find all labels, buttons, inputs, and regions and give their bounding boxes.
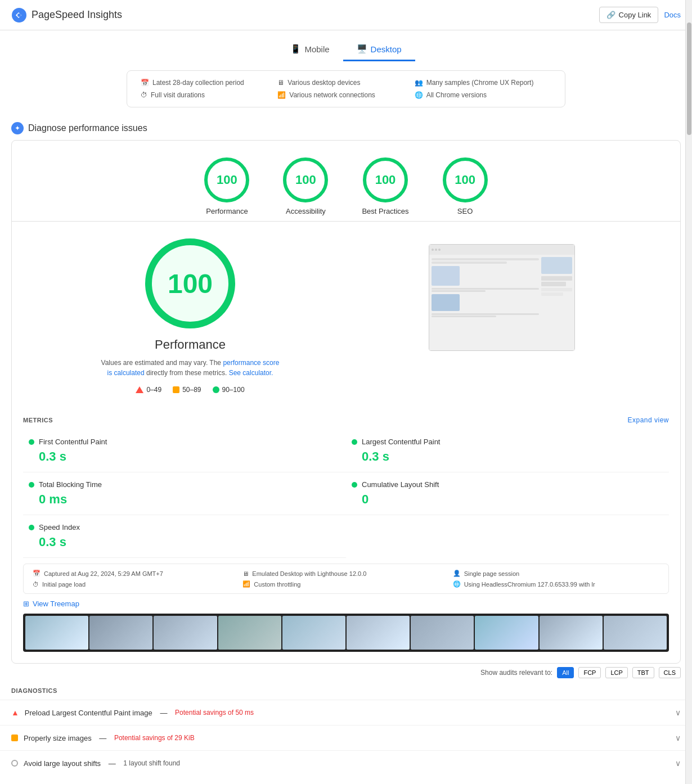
perf-description: Values are estimated and may vary. The p… (100, 358, 280, 378)
warning-orange-icon (11, 735, 18, 741)
perf-gauge: 100 Performance Values are estimated and… (46, 238, 335, 394)
meta-throttling: 📶 Custom throttling (242, 580, 449, 588)
wifi-icon: 📶 (277, 91, 286, 99)
score-best-practices: 100 Best Practices (362, 157, 408, 215)
link-icon: 🔗 (606, 11, 615, 19)
diagnostic-proper-size[interactable]: Properly size images — Potential savings… (0, 725, 692, 750)
metric-si: Speed Index 0.3 s (23, 515, 346, 558)
score-accessibility: 100 Accessibility (283, 157, 328, 215)
score-circle-seo: 100 (443, 157, 488, 202)
green-icon (213, 386, 219, 393)
meta-wifi-icon: 📶 (242, 580, 250, 588)
chevron-down-icon-2: ∨ (675, 733, 681, 742)
meta-monitor-icon: 🖥 (242, 570, 249, 577)
filmstrip-frame-6 (347, 616, 410, 650)
scores-container: 100 Performance 100 Accessibility 100 Be… (11, 140, 681, 664)
si-status-dot (29, 525, 34, 530)
filter-fcp-button[interactable]: FCP (578, 667, 601, 678)
filmstrip-frame-7 (411, 616, 474, 650)
meta-bar: 📅 Captured at Aug 22, 2024, 5:29 AM GMT+… (23, 564, 669, 594)
tbt-status-dot (29, 482, 34, 488)
docs-button[interactable]: Docs (664, 11, 681, 19)
tab-mobile[interactable]: 📱 Mobile (277, 38, 343, 61)
info-bar: 📅 Latest 28-day collection period 🖥 Vari… (127, 70, 565, 107)
warning-red-icon: ▲ (11, 708, 19, 717)
filmstrip-frame-4 (218, 616, 281, 650)
meta-emulated: 🖥 Emulated Desktop with Lighthouse 12.0.… (242, 570, 449, 577)
desktop-icon: 🖥️ (357, 44, 367, 54)
filter-tbt-button[interactable]: TBT (632, 667, 654, 678)
lcp-value: 0.3 s (352, 449, 663, 464)
meta-load: ⏱ Initial page load (33, 580, 239, 588)
diag-info-2: 1 layout shift found (123, 759, 180, 767)
score-performance: 100 Performance (204, 157, 249, 215)
diagnostics-section: DIAGNOSTICS ▲ Preload Largest Contentful… (0, 682, 692, 776)
score-seo: 100 SEO (443, 157, 488, 215)
header: PageSpeed Insights 🔗 Copy Link Docs (0, 0, 692, 30)
meta-captured: 📅 Captured at Aug 22, 2024, 5:29 AM GMT+… (33, 570, 239, 577)
view-treemap-link[interactable]: ⊞ View Treemap (23, 600, 669, 608)
metric-lcp: Largest Contentful Paint 0.3 s (346, 430, 669, 472)
diagnose-title: Diagnose performance issues (28, 123, 147, 133)
scrollbar[interactable] (685, 0, 692, 776)
clock-icon: ⏱ (141, 91, 147, 99)
info-item-1: 🖥 Various desktop devices (277, 79, 414, 87)
lcp-status-dot (352, 439, 357, 445)
metrics-grid: First Contentful Paint 0.3 s Largest Con… (23, 430, 669, 558)
chevron-down-icon-3: ∨ (675, 759, 681, 768)
red-icon (136, 386, 143, 393)
header-actions: 🔗 Copy Link Docs (599, 7, 681, 23)
copy-link-button[interactable]: 🔗 Copy Link (599, 7, 659, 23)
diag-savings-1: Potential savings of 29 KiB (114, 734, 195, 742)
filter-cls-button[interactable]: CLS (659, 667, 681, 678)
diagnostic-layout-shifts[interactable]: Avoid large layout shifts — 1 layout shi… (0, 750, 692, 776)
metric-fcp: First Contentful Paint 0.3 s (23, 430, 346, 472)
metrics-header: METRICS Expand view (23, 411, 669, 430)
si-value: 0.3 s (29, 535, 340, 549)
orange-icon (173, 386, 179, 393)
legend-red: 0–49 (136, 386, 161, 394)
score-legend: 0–49 50–89 90–100 (136, 386, 244, 394)
metrics-section: METRICS Expand view First Contentful Pai… (12, 411, 680, 558)
tbt-value: 0 ms (29, 492, 340, 507)
legend-orange: 50–89 (173, 386, 201, 394)
perf-title: Performance (155, 337, 226, 352)
filmstrip-frame-2 (89, 616, 152, 650)
filmstrip-frame-9 (540, 616, 603, 650)
tabs-bar: 📱 Mobile 🖥️ Desktop (0, 30, 692, 61)
screenshot-thumbnail (429, 244, 575, 351)
score-circle-accessibility: 100 (283, 157, 328, 202)
info-item-5: 🌐 All Chrome versions (415, 91, 551, 99)
meta-session: 👤 Single page session (453, 570, 659, 577)
info-item-4: 📶 Various network connections (277, 91, 414, 99)
expand-view-button[interactable]: Expand view (627, 416, 669, 424)
calendar-icon: 📅 (141, 79, 149, 87)
filter-lcp-button[interactable]: LCP (605, 667, 627, 678)
metric-cls: Cumulative Layout Shift 0 (346, 472, 669, 515)
score-circles: 100 Performance 100 Accessibility 100 Be… (12, 152, 680, 221)
legend-green: 90–100 (213, 386, 245, 394)
calculator-link[interactable]: See calculator. (229, 369, 273, 377)
pagespeed-logo-icon (11, 7, 27, 23)
chevron-down-icon: ∨ (675, 708, 681, 717)
score-circle-performance: 100 (204, 157, 249, 202)
filter-label: Show audits relevant to: (480, 669, 552, 677)
meta-clock-icon: ⏱ (33, 581, 39, 588)
tab-desktop[interactable]: 🖥️ Desktop (343, 38, 415, 61)
diagnose-header: ✦ Diagnose performance issues (0, 116, 692, 140)
audit-filter: Show audits relevant to: All FCP LCP TBT… (0, 664, 692, 682)
filmstrip-frame-3 (154, 616, 217, 650)
meta-calendar-icon: 📅 (33, 570, 41, 577)
screenshot-section (357, 238, 646, 351)
performance-detail: 100 Performance Values are estimated and… (12, 222, 680, 411)
mobile-icon: 📱 (290, 44, 301, 54)
diagnostic-preload-lcp[interactable]: ▲ Preload Largest Contentful Paint image… (0, 700, 692, 725)
info-item-2: 👥 Many samples (Chrome UX Report) (415, 79, 551, 87)
meta-user-icon: 👤 (453, 570, 461, 577)
fcp-value: 0.3 s (29, 449, 340, 464)
scrollbar-thumb[interactable] (687, 22, 691, 135)
treemap-icon: ⊞ (23, 600, 29, 608)
filter-all-button[interactable]: All (557, 667, 574, 678)
meta-globe-icon: 🌐 (453, 580, 461, 588)
info-item-3: ⏱ Full visit durations (141, 91, 277, 99)
